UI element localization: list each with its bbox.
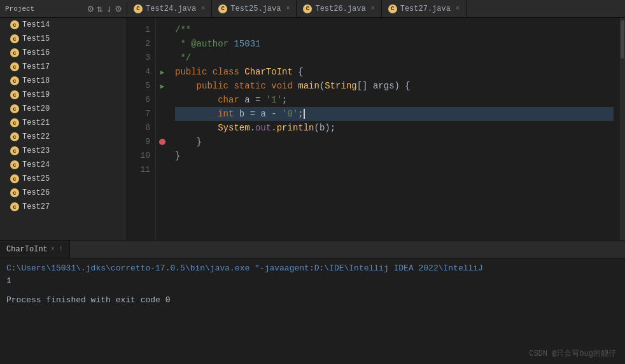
project-panel-label: Project (5, 5, 34, 13)
class-icon: C (10, 104, 19, 113)
sidebar-item-test16[interactable]: C Test16 (0, 46, 127, 60)
sidebar-item-test19[interactable]: C Test19 (0, 88, 127, 102)
code-line-5: public static void main(String[] args) { (175, 79, 614, 93)
class-icon: C (10, 174, 19, 183)
tab-label: Test27.java (400, 4, 451, 13)
tab-close-btn[interactable]: × (201, 5, 205, 12)
tab-test25[interactable]: C Test25.java × (212, 0, 297, 17)
sidebar-item-label: Test19 (22, 90, 50, 99)
console-output-1: 1 (6, 275, 619, 288)
debug-gutter: ▶ ▶ (156, 18, 169, 240)
tab-close-btn[interactable]: × (286, 5, 290, 12)
sidebar-item-test14[interactable]: C Test14 (0, 18, 127, 32)
sidebar-item-label: Test25 (22, 174, 50, 183)
console-blank-line (6, 288, 619, 294)
code-editor[interactable]: 1 2 3 4 5 6 7 8 9 10 11 ▶ (127, 18, 625, 240)
sidebar-item-test15[interactable]: C Test15 (0, 32, 127, 46)
align-icon[interactable]: ⇅ (97, 3, 103, 15)
run-arrow-icon: ▶ (160, 82, 165, 90)
bottom-tab-label: CharToInt (6, 245, 48, 254)
sidebar-item-test23[interactable]: C Test23 (0, 144, 127, 158)
tab-label: Test26.java (315, 4, 365, 13)
code-editor-area: 1 2 3 4 5 6 7 8 9 10 11 ▶ (127, 18, 625, 240)
bottom-tab-close[interactable]: × (51, 246, 55, 253)
sidebar-item-label: Test20 (22, 104, 50, 113)
tab-label: Test24.java (146, 4, 196, 13)
sidebar-item-label: Test16 (22, 48, 50, 57)
code-line-2: * @author 15031 (175, 37, 614, 51)
filter-icon[interactable]: ⇃ (106, 3, 113, 15)
editor-scrollbar[interactable] (620, 18, 625, 240)
class-icon: C (10, 76, 19, 85)
java-icon: C (134, 4, 143, 13)
line-numbers: 1 2 3 4 5 6 7 8 9 10 11 (127, 18, 156, 240)
error-indicator: ! (59, 246, 63, 253)
code-line-8: System.out.println(b); (175, 121, 614, 135)
class-icon: C (10, 160, 19, 169)
class-icon: C (10, 20, 19, 29)
code-line-10: } (175, 149, 614, 163)
tab-close-btn[interactable]: × (371, 5, 375, 12)
sidebar-item-test26[interactable]: C Test26 (0, 186, 127, 200)
editor-tab-bar: Project ⚙ ⇅ ⇃ ⚙ C Test24.java × C Test25… (0, 0, 625, 18)
class-icon: C (10, 62, 19, 71)
console-command-line: C:\Users\15031\.jdks\corretto-17.0.5\bin… (6, 262, 619, 275)
tab-close-btn[interactable]: × (456, 5, 460, 12)
sidebar-item-label: Test23 (22, 146, 50, 155)
sidebar-item-label: Test26 (22, 188, 50, 197)
bottom-tab-chartoint[interactable]: CharToInt × ! (0, 241, 70, 258)
run-arrow-icon: ▶ (160, 68, 165, 76)
code-line-11 (175, 163, 614, 177)
code-line-4: public class CharToInt { (175, 65, 614, 79)
sidebar-item-test21[interactable]: C Test21 (0, 116, 127, 130)
gear-icon[interactable]: ⚙ (87, 3, 94, 15)
class-icon: C (10, 188, 19, 197)
class-icon: C (10, 48, 19, 57)
sidebar-item-label: Test21 (22, 118, 50, 127)
sidebar-item-test22[interactable]: C Test22 (0, 130, 127, 144)
class-icon: C (10, 90, 19, 99)
sidebar-item-test17[interactable]: C Test17 (0, 60, 127, 74)
class-icon: C (10, 202, 19, 211)
sidebar-item-label: Test24 (22, 160, 50, 169)
sidebar-item-label: Test14 (22, 20, 50, 29)
code-line-9: } (175, 135, 614, 149)
settings-icon[interactable]: ⚙ (115, 3, 122, 15)
bottom-panel: CharToInt × ! C:\Users\15031\.jdks\corre… (0, 240, 625, 364)
sidebar-item-test20[interactable]: C Test20 (0, 102, 127, 116)
console-exit-message: Process finished with exit code 0 (6, 294, 619, 307)
sidebar-item-test18[interactable]: C Test18 (0, 74, 127, 88)
java-icon: C (388, 4, 397, 13)
watermark: CSDN @只会写bug的靓仔 (529, 348, 616, 359)
sidebar-item-label: Test22 (22, 132, 50, 141)
sidebar-item-label: Test27 (22, 202, 50, 211)
class-icon: C (10, 118, 19, 127)
java-icon: C (303, 4, 312, 13)
code-line-1: /** (175, 23, 614, 37)
sidebar-item-label: Test18 (22, 76, 50, 85)
main-content: C Test14 C Test15 C Test16 C Test17 C Te… (0, 18, 625, 240)
tab-label: Test25.java (230, 4, 281, 13)
code-line-3: */ (175, 51, 614, 65)
debug-dot-icon (159, 139, 165, 145)
project-panel-icons: ⚙ ⇅ ⇃ ⚙ (87, 3, 122, 15)
tab-test27[interactable]: C Test27.java × (382, 0, 467, 17)
sidebar-item-test25[interactable]: C Test25 (0, 172, 127, 186)
sidebar-item-test24[interactable]: C Test24 (0, 158, 127, 172)
sidebar-item-test27[interactable]: C Test27 (0, 200, 127, 214)
sidebar-item-label: Test15 (22, 34, 50, 43)
project-sidebar: C Test14 C Test15 C Test16 C Test17 C Te… (0, 18, 127, 240)
class-icon: C (10, 146, 19, 155)
code-line-6: char a = '1'; (175, 93, 614, 107)
tab-test26[interactable]: C Test26.java × (297, 0, 381, 17)
class-icon: C (10, 34, 19, 43)
bottom-tab-bar: CharToInt × ! (0, 241, 625, 258)
java-icon: C (218, 4, 227, 13)
tab-test24[interactable]: C Test24.java × (127, 0, 212, 17)
class-icon: C (10, 132, 19, 141)
code-line-7: int b = a - '0'; (175, 107, 614, 121)
sidebar-item-label: Test17 (22, 62, 50, 71)
code-content[interactable]: /** * @author 15031 */ public class Char… (169, 18, 620, 240)
